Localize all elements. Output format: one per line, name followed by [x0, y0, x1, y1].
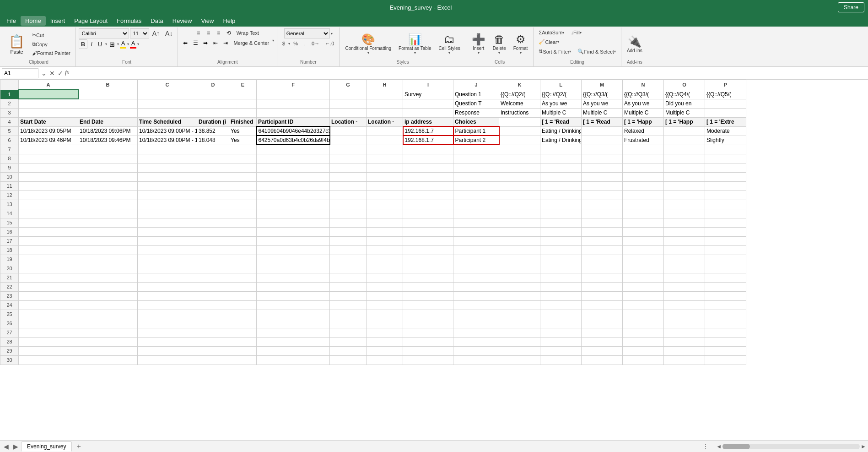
menu-help[interactable]: Help: [218, 16, 240, 26]
cell-P10[interactable]: [705, 172, 746, 181]
cell-I16[interactable]: [403, 227, 453, 236]
cell-A30[interactable]: [19, 355, 78, 365]
cell-H21[interactable]: [367, 273, 403, 282]
cell-D7[interactable]: [197, 145, 229, 154]
cell-H28[interactable]: [367, 337, 403, 346]
cell-P16[interactable]: [705, 227, 746, 236]
borders-button[interactable]: ⊞: [108, 40, 116, 49]
cell-C17[interactable]: [138, 236, 197, 245]
copy-button[interactable]: ⧉ Copy: [30, 40, 73, 49]
cell-B30[interactable]: [78, 355, 138, 365]
row-num-29[interactable]: 29: [0, 346, 19, 355]
col-header-C[interactable]: C: [138, 80, 197, 90]
cell-C21[interactable]: [138, 273, 197, 282]
cell-M12[interactable]: [582, 191, 623, 200]
cell-E6[interactable]: Yes: [229, 136, 257, 145]
cell-I18[interactable]: [403, 245, 453, 255]
cell-I6[interactable]: 192.168.1.7: [403, 136, 453, 145]
cell-L5[interactable]: Eating / Drinking: [540, 126, 582, 136]
underline-button[interactable]: U: [96, 39, 104, 49]
decrease-decimal-button[interactable]: ←.0: [323, 39, 336, 48]
cell-M30[interactable]: [582, 355, 623, 365]
row-num-14[interactable]: 14: [0, 209, 19, 218]
cell-G21[interactable]: [330, 273, 367, 282]
cell-L7[interactable]: [540, 145, 582, 154]
cell-N28[interactable]: [623, 337, 664, 346]
cell-G14[interactable]: [330, 209, 367, 218]
cell-C4[interactable]: Time Scheduled: [138, 117, 197, 126]
cell-F21[interactable]: [257, 273, 330, 282]
cell-L23[interactable]: [540, 291, 582, 300]
cell-A20[interactable]: [19, 264, 78, 273]
cell-H17[interactable]: [367, 236, 403, 245]
cell-G23[interactable]: [330, 291, 367, 300]
cell-I8[interactable]: [403, 154, 453, 163]
cell-A16[interactable]: [19, 227, 78, 236]
format-button[interactable]: ⚙ Format ▾: [511, 31, 531, 57]
cell-C7[interactable]: [138, 145, 197, 154]
cell-P30[interactable]: [705, 355, 746, 365]
cell-I3[interactable]: [403, 108, 453, 117]
cell-O20[interactable]: [664, 264, 705, 273]
menu-insert[interactable]: Insert: [46, 16, 70, 26]
comma-button[interactable]: ,: [301, 39, 307, 48]
cell-K5[interactable]: [499, 126, 540, 136]
align-center-button[interactable]: ☰: [191, 38, 200, 48]
cell-K28[interactable]: [499, 337, 540, 346]
cell-J8[interactable]: [453, 154, 499, 163]
decrease-font-button[interactable]: A↓: [163, 28, 175, 38]
cell-A7[interactable]: [19, 145, 78, 154]
col-header-K[interactable]: K: [499, 80, 540, 90]
cell-P2[interactable]: [705, 99, 746, 108]
cell-N9[interactable]: [623, 163, 664, 172]
cell-C16[interactable]: [138, 227, 197, 236]
cell-D30[interactable]: [197, 355, 229, 365]
cell-J26[interactable]: [453, 319, 499, 328]
scroll-left-icon[interactable]: ◄: [716, 443, 722, 450]
cell-C19[interactable]: [138, 255, 197, 264]
cell-N5[interactable]: Relaxed: [623, 126, 664, 136]
cell-E9[interactable]: [229, 163, 257, 172]
cell-P25[interactable]: [705, 310, 746, 319]
cell-C13[interactable]: [138, 200, 197, 209]
cell-E14[interactable]: [229, 209, 257, 218]
cell-B13[interactable]: [78, 200, 138, 209]
cell-H27[interactable]: [367, 328, 403, 337]
row-num-18[interactable]: 18: [0, 245, 19, 255]
cell-L11[interactable]: [540, 181, 582, 191]
cell-L13[interactable]: [540, 200, 582, 209]
cell-F13[interactable]: [257, 200, 330, 209]
bold-button[interactable]: B: [79, 39, 87, 49]
cell-A9[interactable]: [19, 163, 78, 172]
cell-J6[interactable]: Participant 2: [453, 136, 499, 145]
cell-O4[interactable]: [ 1 = 'Happ: [664, 117, 705, 126]
col-header-M[interactable]: M: [582, 80, 623, 90]
cell-E5[interactable]: Yes: [229, 126, 257, 136]
italic-button[interactable]: I: [88, 39, 95, 49]
horizontal-scrollbar[interactable]: [722, 444, 860, 449]
wrap-text-button[interactable]: Wrap Text: [234, 28, 261, 38]
cell-L6[interactable]: Eating / Drinking: [540, 136, 582, 145]
currency-dropdown[interactable]: ▾: [288, 42, 290, 46]
cell-O23[interactable]: [664, 291, 705, 300]
cell-A10[interactable]: [19, 172, 78, 181]
col-header-N[interactable]: N: [623, 80, 664, 90]
cell-N19[interactable]: [623, 255, 664, 264]
cell-N27[interactable]: [623, 328, 664, 337]
cell-I19[interactable]: [403, 255, 453, 264]
cell-J10[interactable]: [453, 172, 499, 181]
cell-A14[interactable]: [19, 209, 78, 218]
formula-input[interactable]: [71, 68, 866, 78]
row-num-9[interactable]: 9: [0, 163, 19, 172]
cell-E17[interactable]: [229, 236, 257, 245]
cell-H4[interactable]: Location -: [367, 117, 403, 126]
cell-B2[interactable]: [78, 99, 138, 108]
cell-C5[interactable]: 10/18/2023 09:00PM - 10/: [138, 126, 197, 136]
cell-A19[interactable]: [19, 255, 78, 264]
row-num-23[interactable]: 23: [0, 291, 19, 300]
cell-G19[interactable]: [330, 255, 367, 264]
expand-name-box-icon[interactable]: ⌄: [40, 69, 48, 78]
row-num-11[interactable]: 11: [0, 181, 19, 191]
cell-J1[interactable]: Question 1: [453, 90, 499, 99]
cell-L4[interactable]: [ 1 = 'Read: [540, 117, 582, 126]
